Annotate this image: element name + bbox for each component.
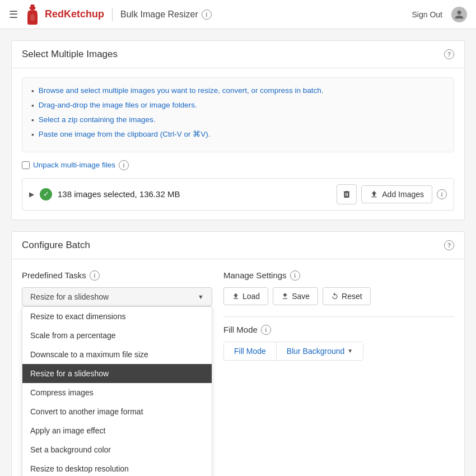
configure-batch-title: Configure Batch: [22, 240, 90, 251]
predefined-tasks-label: Predefined Tasks i: [22, 270, 212, 281]
divider: [223, 316, 454, 317]
check-circle-icon: ✓: [40, 188, 52, 200]
dropdown-item-1[interactable]: Scale from a percentage: [22, 326, 212, 345]
fill-mode-tabs: Fill Mode Blur Background ▼: [223, 342, 363, 361]
load-button[interactable]: Load: [223, 287, 268, 305]
unpack-row: Unpack multi-image files i: [22, 160, 454, 170]
fill-mode-label: Fill Mode i: [223, 325, 454, 335]
predefined-tasks-dropdown-menu: Resize to exact dimensions Scale from a …: [22, 306, 212, 476]
menu-icon[interactable]: ☰: [9, 8, 18, 21]
logo[interactable]: RedKetchup: [25, 4, 104, 25]
delete-images-button[interactable]: [337, 184, 357, 204]
instructions-box: Browse and select multiple images you wa…: [22, 77, 454, 152]
dropdown-item-3[interactable]: Resize for a slideshow: [22, 364, 212, 383]
dropdown-item-6[interactable]: Apply an image effect: [22, 421, 212, 440]
add-images-info-icon[interactable]: i: [437, 189, 447, 199]
dropdown-item-2[interactable]: Downscale to a maximum file size: [22, 345, 212, 364]
select-images-header: Select Multiple Images ?: [12, 41, 464, 68]
fill-mode-info-icon[interactable]: i: [261, 325, 271, 335]
upload-icon: [370, 190, 379, 199]
select-images-card: Select Multiple Images ? Browse and sele…: [11, 40, 465, 220]
manage-buttons-group: Load Save Reset: [223, 287, 454, 305]
select-images-body: Browse and select multiple images you wa…: [12, 68, 464, 220]
fill-mode-tab[interactable]: Fill Mode: [224, 342, 277, 360]
expand-icon[interactable]: ▶: [29, 190, 34, 198]
blur-bg-caret-icon: ▼: [347, 348, 353, 354]
main-content: Select Multiple Images ? Browse and sele…: [0, 29, 476, 476]
header: ☰ RedKetchup Bulk Image Resizer i Sign O…: [0, 0, 476, 29]
unpack-checkbox[interactable]: [22, 161, 30, 169]
logo-text: RedKetchup: [45, 8, 104, 20]
predefined-tasks-info-icon[interactable]: i: [90, 270, 100, 281]
predefined-tasks-col: Predefined Tasks i Resize for a slidesho…: [22, 270, 212, 476]
reset-button[interactable]: Reset: [323, 287, 371, 305]
configure-two-col: Predefined Tasks i Resize for a slidesho…: [22, 270, 454, 476]
instruction-item-2: Select a zip containing the images.: [31, 115, 445, 126]
save-button[interactable]: Save: [273, 287, 318, 305]
user-avatar[interactable]: [451, 7, 467, 22]
instruction-item-1: Drag-and-drop the image files or image f…: [31, 100, 445, 111]
images-bar: ▶ ✓ 138 images selected, 136.32 MB Add I…: [22, 178, 454, 211]
unpack-label[interactable]: Unpack multi-image files: [33, 161, 115, 169]
save-icon: [281, 292, 289, 300]
unpack-info-icon[interactable]: i: [119, 160, 129, 170]
add-images-button[interactable]: Add Images: [361, 185, 432, 203]
dropdown-item-5[interactable]: Convert to another image format: [22, 402, 212, 421]
reset-icon: [331, 292, 339, 300]
manage-settings-label: Manage Settings i: [223, 270, 454, 281]
manage-settings-col: Manage Settings i Load Save: [223, 270, 454, 476]
dropdown-item-0[interactable]: Resize to exact dimensions: [22, 307, 212, 326]
blur-background-tab[interactable]: Blur Background ▼: [277, 342, 363, 360]
instructions-list: Browse and select multiple images you wa…: [31, 86, 445, 141]
instruction-item-0: Browse and select multiple images you wa…: [31, 86, 445, 97]
manage-settings-info-icon[interactable]: i: [290, 270, 300, 281]
images-count-label: 138 images selected, 136.32 MB: [58, 189, 331, 199]
header-info-icon[interactable]: i: [202, 10, 212, 20]
svg-rect-2: [30, 7, 34, 10]
dropdown-item-8[interactable]: Resize to desktop resolution: [22, 459, 212, 476]
header-title: Bulk Image Resizer i: [120, 10, 212, 20]
dropdown-item-7[interactable]: Set a background color: [22, 440, 212, 459]
bar-actions: Add Images i: [337, 184, 447, 204]
configure-batch-info-icon[interactable]: ?: [444, 240, 454, 250]
header-right: Sign Out: [412, 7, 467, 22]
predefined-tasks-dropdown-button[interactable]: Resize for a slideshow ▼: [22, 287, 212, 306]
configure-batch-body: Predefined Tasks i Resize for a slidesho…: [12, 259, 464, 476]
header-divider: [112, 8, 113, 21]
instruction-item-3: Paste one image from the clipboard (Ctrl…: [31, 129, 445, 141]
dropdown-item-4[interactable]: Compress images: [22, 383, 212, 402]
select-images-info-icon[interactable]: ?: [444, 49, 454, 59]
sign-out-button[interactable]: Sign Out: [412, 10, 442, 19]
configure-batch-header: Configure Batch ?: [12, 232, 464, 259]
logo-bottle-icon: [25, 4, 40, 25]
select-images-title: Select Multiple Images: [22, 49, 118, 60]
dropdown-caret-icon: ▼: [198, 293, 204, 300]
svg-point-3: [30, 14, 35, 21]
load-icon: [232, 292, 240, 300]
configure-batch-card: Configure Batch ? Predefined Tasks i Res…: [11, 231, 465, 476]
trash-icon: [342, 190, 351, 199]
